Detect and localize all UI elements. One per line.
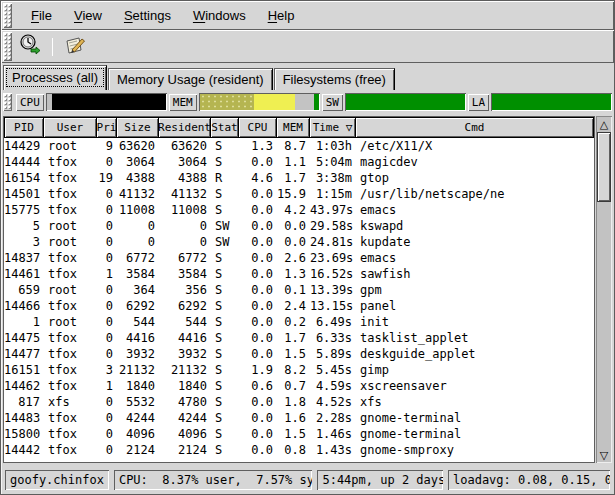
tab-processes-all[interactable]: Processes (all) [3,65,107,90]
toolbar-drag-handle[interactable] [3,32,12,61]
toolbar [1,30,614,63]
clock-uptime-status: 5:44pm, up 2 days [317,470,443,490]
cell-pid: 14475 [4,330,44,346]
cell-mem: 0.2 [277,314,310,330]
cell-cpu: 0.0 [239,250,277,266]
cell-user: root [44,314,97,330]
cell-stat: S [211,186,239,202]
column-header-time[interactable]: Time ▽ [310,117,356,138]
scrollbar-trough[interactable] [596,202,612,447]
cell-pid: 1 [4,314,44,330]
table-row[interactable]: 14429root96362063620S1.38.71:03h/etc/X11… [4,138,594,154]
cell-stat: S [211,426,239,442]
cell-cmd: kswapd [356,218,594,234]
menu-help[interactable]: Help [257,5,306,26]
cell-mem: 1.5 [277,426,310,442]
column-header-size[interactable]: Size [117,117,159,138]
cell-pri: 9 [97,138,117,154]
cell-time: 1:15m [310,186,356,202]
cell-time: 4.52s [310,394,356,410]
tab-filesystems-free[interactable]: Filesystems (free) [274,68,395,90]
mem-meter-bar [199,93,320,111]
cell-pri: 0 [97,346,117,362]
column-header-mem[interactable]: MEM [277,117,310,138]
menu-file[interactable]: File [20,5,63,26]
column-header-user[interactable]: User [44,117,97,138]
cell-size: 4244 [117,410,159,426]
cell-time: 5:04m [310,154,356,170]
cpu-meter-bar [46,93,167,111]
table-row[interactable]: 14501tfox04113241132S0.015.91:15m/usr/li… [4,186,594,202]
cell-cmd: /etc/X11/X [356,138,594,154]
cell-stat: S [211,138,239,154]
cell-stat: S [211,154,239,170]
column-header-cmd[interactable]: Cmd [356,117,594,138]
table-row[interactable]: 14461tfox135843584S0.01.316.52ssawfish [4,266,594,282]
cell-pid: 14837 [4,250,44,266]
cell-pri: 3 [97,362,117,378]
menu-settings[interactable]: Settings [113,5,182,26]
table-row[interactable]: 817xfs055324780S0.01.84.52sxfs [4,394,594,410]
cell-size: 1840 [117,378,159,394]
table-row[interactable]: 14444tfox030643064S0.01.15:04mmagicdev [4,154,594,170]
cell-mem: 0.0 [277,218,310,234]
sw-meter-label: SW [322,94,343,111]
cell-user: tfox [44,266,97,282]
hostname-status: goofy.chinfox [5,470,109,490]
meters-drag-handle[interactable] [3,93,12,111]
cell-pri: 0 [97,218,117,234]
cell-resident: 63620 [159,138,211,154]
table-row[interactable]: 659root0364356S0.00.113.39sgpm [4,282,594,298]
table-row[interactable]: 14837tfox067726772S0.02.623.69semacs [4,250,594,266]
cell-resident: 4780 [159,394,211,410]
cpu-meter-label: CPU [16,94,44,111]
cell-stat: S [211,298,239,314]
table-row[interactable]: 14442tfox021242124S0.00.81.43sgnome-smpr… [4,442,594,458]
scroll-up-icon[interactable]: △ [596,116,612,132]
table-row[interactable]: 1root0544544S0.00.26.49sinit [4,314,594,330]
cpu-meter-segment [52,94,166,110]
edit-note-button[interactable] [61,34,89,60]
scrollbar-thumb[interactable] [597,132,611,202]
table-row[interactable]: 16151tfox32113221132S1.98.25.45sgimp [4,362,594,378]
cell-pid: 14462 [4,378,44,394]
table-row[interactable]: 15775tfox01100811008S0.04.243.97semacs [4,202,594,218]
cell-pid: 14429 [4,138,44,154]
menubar-drag-handle[interactable] [3,3,12,28]
table-row[interactable]: 14475tfox044164416S0.01.76.33stasklist_a… [4,330,594,346]
column-header-pid[interactable]: PID [4,117,44,138]
cell-cpu: 0.0 [239,426,277,442]
cell-resident: 3932 [159,346,211,362]
table-row[interactable]: 14462tfox118401840S0.60.74.59sxscreensav… [4,378,594,394]
table-row[interactable]: 14483tfox042444244S0.01.62.28sgnome-term… [4,410,594,426]
tab-memory-usage-resident[interactable]: Memory Usage (resident) [108,68,273,90]
cell-pri: 1 [97,378,117,394]
menu-windows[interactable]: Windows [182,5,257,26]
table-row[interactable]: 15800tfox040964096S0.01.51.46sgnome-term… [4,426,594,442]
table-row[interactable]: 14477tfox039323932S0.01.55.89sdeskguide_… [4,346,594,362]
timer-clock-button[interactable] [16,34,44,60]
cell-pri: 0 [97,154,117,170]
vertical-scrollbar[interactable]: △ ▽ [596,116,612,463]
cell-user: tfox [44,378,97,394]
cell-mem: 1.7 [277,330,310,346]
scroll-down-icon[interactable]: ▽ [596,447,612,463]
cell-resident: 356 [159,282,211,298]
column-header-pri[interactable]: Pri [97,117,117,138]
table-row[interactable]: 3root000SW0.00.024.81skupdate [4,234,594,250]
column-header-stat[interactable]: Stat [211,117,239,138]
cell-mem: 2.6 [277,250,310,266]
menu-view[interactable]: View [63,5,113,26]
table-row[interactable]: 5root000SW0.00.029.58skswapd [4,218,594,234]
cell-resident: 4244 [159,410,211,426]
column-header-cpu[interactable]: CPU [239,117,277,138]
cell-stat: R [211,170,239,186]
table-row[interactable]: 14466tfox062926292S0.02.413.15spanel [4,298,594,314]
mem-meter-segment [314,94,319,110]
cell-size: 364 [117,282,159,298]
table-row[interactable]: 16154tfox1943884388R4.61.73:38mgtop [4,170,594,186]
cell-user: root [44,138,97,154]
column-header-resident[interactable]: Resident [159,117,211,138]
cpu-usage-status: CPU: 8.37% user, 7.57% system [114,470,313,490]
cell-stat: S [211,362,239,378]
